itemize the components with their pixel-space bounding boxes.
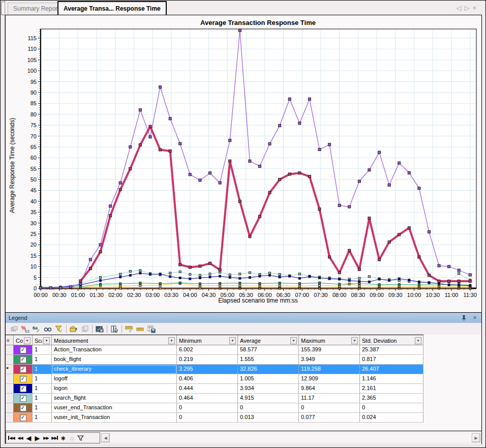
color-swatch[interactable]: ✓ [14,403,33,413]
filter-records-button[interactable] [76,433,85,442]
measurement-checkbox[interactable]: ✓ [20,376,26,382]
last-record-button[interactable]: ▶▶ [50,433,59,442]
prior-page-button[interactable]: ◀◀ [16,433,24,442]
show-measurement-description-icon[interactable] [42,324,53,334]
prior-record-button[interactable]: ◀ [24,433,33,442]
measurement-checkbox[interactable]: ✓ [20,414,26,421]
legend-row-search_flight[interactable]: ✓1search_flight0.4644.91511.172.365 [6,394,423,403]
column-filter-dropdown-icon[interactable]: ▼ [24,337,31,344]
svg-text:50: 50 [31,176,37,183]
legend-row-logon[interactable]: ✓1logon0.4443.9349.8642.161 [6,384,423,394]
color-swatch[interactable]: ✓ [14,413,33,423]
legend-row-vuser_end_Transaction[interactable]: ✓1vuser_end_Transaction0000 [6,403,423,413]
row-selector[interactable] [6,355,14,365]
legend-row-check_itinerary[interactable]: ▸✓1check_itinerary3.29532.826119.25826.4… [6,365,423,374]
filter-measurements-icon[interactable]: ✓ [53,324,65,334]
column-header-label: Maximum [301,338,350,344]
measurement-checkbox[interactable]: ✓ [20,405,26,411]
color-swatch[interactable]: ✓ [14,394,33,403]
row-selector[interactable] [6,374,14,384]
minimum-cell: 0.444 [177,384,238,394]
highlight-button[interactable]: ☼ [68,433,76,442]
next-record-button[interactable]: ▶ [33,433,42,442]
svg-text:65: 65 [31,144,37,150]
maximum-cell: 11.17 [299,394,360,403]
scroll-right-icon[interactable]: ▶ [472,433,480,442]
show-values-at-cursor-icon[interactable]: ✓ [124,324,135,334]
main-content-frame: Average Transaction Response Time Averag… [5,15,482,444]
scroll-tabs-left-icon[interactable]: ◁ [456,4,464,12]
next-page-button[interactable]: ▶▶ [42,433,50,442]
measurement-checkbox[interactable]: ✓ [20,347,26,353]
measurement-checkbox[interactable]: ✓ [20,395,26,402]
open-icon[interactable] [68,324,79,334]
row-selector[interactable] [6,384,14,394]
graph-settings-icon[interactable] [94,324,105,334]
scroll-tabs-right-icon[interactable]: ▷ [464,4,472,12]
configure-measurements-icon[interactable]: 6a✓ [31,324,42,334]
column-header-sca[interactable]: Sca▼ [33,335,52,345]
column-header-label: Average [240,338,289,344]
row-selector[interactable]: ▸ [6,365,14,374]
x-axis-title: Elapsed scenario time mm:ss [40,297,476,304]
maximum-cell: 0.077 [299,413,360,423]
std-deviation-cell: 1.146 [360,374,423,384]
column-filter-dropdown-icon[interactable]: ▼ [290,337,297,344]
left-splitter[interactable] [1,1,5,444]
last-record-button-icon: ▶▶ [51,436,56,440]
response-time-plot[interactable]: 0510152025303540455055606570758085909510… [6,15,481,312]
column-filter-dropdown-icon[interactable]: ▼ [415,337,421,344]
row-selector[interactable] [6,413,14,423]
tab-average-transaction-response-time[interactable]: Average Transa... Response Time [57,1,167,15]
show-percentage-icon[interactable]: %63 [20,324,31,334]
measurement-checkbox[interactable]: ✓ [20,385,26,392]
duplicate-icon[interactable] [79,324,90,334]
row-selector[interactable] [6,394,14,403]
svg-text:80: 80 [31,111,37,117]
next-record-button-icon: ▶ [35,434,40,442]
color-swatch[interactable]: ✓ [14,374,33,384]
column-header-measurement[interactable]: Measurement▼ [52,335,177,345]
measurement-rulers-icon[interactable] [135,324,146,334]
first-record-button-icon: ◀◀ [9,436,14,440]
tab-bar: Summary Report Average Transa... Respons… [6,1,485,15]
horizontal-scrollbar[interactable]: ◀ ▶ [101,433,480,442]
column-filter-dropdown-icon[interactable]: ▼ [43,337,50,344]
close-tab-icon[interactable]: × [472,4,479,12]
collapsed-panel-grip[interactable] [1,2,5,15]
column-filter-dropdown-icon[interactable]: ▼ [229,337,236,344]
color-swatch[interactable]: ✓ [14,345,33,355]
show-all-button[interactable]: ∗ [59,433,68,442]
legend-panel: Legend × %63 6a✓ [6,312,481,431]
column-header-maximum[interactable]: Maximum▼ [299,335,360,345]
color-swatch[interactable]: ✓ [14,384,33,394]
column-header-std-deviation[interactable]: Std. Deviation▼ [360,335,423,345]
legend-row-book_flight[interactable]: ✓1book_flight0.2191.5553.9490.817 [6,355,423,365]
measurement-checkbox[interactable]: ✓ [20,356,26,363]
row-selector[interactable] [6,345,14,355]
color-swatch[interactable]: ✓ [14,355,33,365]
tab-label: Summary Report [13,5,59,12]
pin-icon[interactable] [460,314,467,321]
select-columns-icon[interactable] [109,324,120,334]
scroll-left-icon[interactable]: ◀ [101,433,110,442]
row-selector[interactable] [6,403,14,413]
column-header-minimum[interactable]: Minimum▼ [177,335,238,345]
column-filter-dropdown-icon[interactable]: ▼ [168,337,175,344]
close-panel-icon[interactable]: × [471,314,478,321]
tab-summary-report[interactable]: Summary Report [8,3,65,15]
first-record-button[interactable]: ◀◀ [7,433,16,442]
column-header-col[interactable]: Col▼ [14,335,33,345]
legend-row-vuser_init_Transaction[interactable]: ✓1vuser_init_Transaction00.0130.0770.024 [6,413,423,423]
legend-row-logoff[interactable]: ✓1logoff0.4061.00512.9091.146 [6,374,423,384]
svg-text:35: 35 [31,209,37,215]
std-deviation-cell: 0.817 [360,355,423,365]
column-header-average[interactable]: Average▼ [238,335,299,345]
display-options-icon[interactable] [9,324,20,334]
legend-row-Action_Transaction[interactable]: ✓1Action_Transaction6.00258.577155.39925… [6,345,423,355]
color-swatch[interactable]: ✓ [14,365,33,374]
save-layout-icon[interactable] [146,324,157,334]
column-filter-dropdown-icon[interactable]: ▼ [351,337,358,344]
measurement-checkbox[interactable]: ✓ [20,366,26,373]
maximum-cell: 9.864 [299,384,360,394]
